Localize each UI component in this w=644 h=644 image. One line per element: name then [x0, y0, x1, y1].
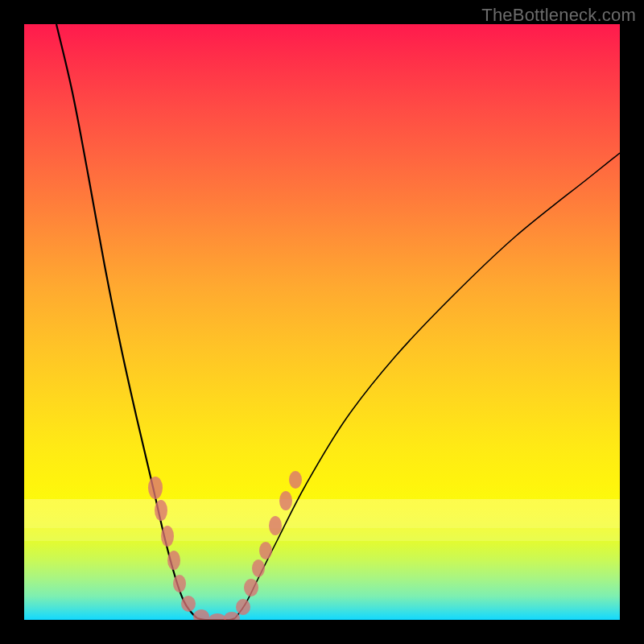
data-marker [173, 575, 186, 592]
data-marker [224, 612, 240, 620]
data-markers [148, 471, 302, 620]
data-marker [208, 613, 226, 620]
data-marker [193, 609, 209, 620]
curve-left-branch [56, 24, 197, 618]
data-marker [269, 516, 282, 535]
data-marker [181, 596, 196, 612]
chart-frame: TheBottleneck.com [0, 0, 644, 644]
data-marker [236, 599, 250, 615]
curve-right-branch [235, 153, 620, 618]
data-marker [244, 579, 258, 597]
data-marker [252, 559, 265, 577]
data-marker [148, 477, 163, 499]
plot-area [24, 24, 620, 620]
watermark-text: TheBottleneck.com [481, 5, 636, 26]
data-marker [259, 542, 272, 559]
data-marker [161, 526, 174, 547]
data-marker [155, 500, 167, 521]
data-marker [289, 471, 302, 489]
chart-svg [24, 24, 620, 620]
data-marker [167, 551, 180, 570]
data-marker [279, 491, 292, 510]
